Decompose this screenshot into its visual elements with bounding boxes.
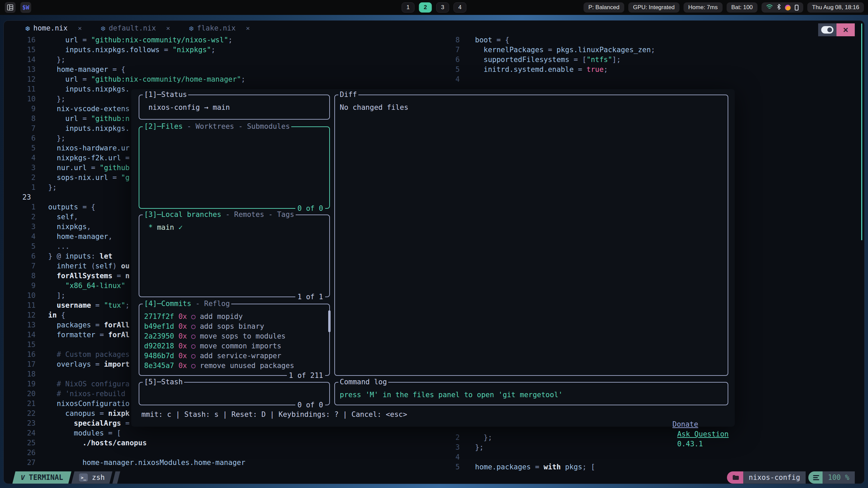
tab-flake-nix[interactable]: ❆ flake.nix × (189, 24, 250, 33)
shell-segment[interactable]: >_ zsh (72, 471, 113, 484)
code-line[interactable]: 13 home-manager = { (4, 65, 445, 75)
scroll-percent-label: 100 % (828, 473, 849, 482)
code-line[interactable]: 27 home-manager.nixosModules.home-manage… (4, 458, 445, 468)
tab-label: home.nix (33, 24, 67, 32)
line-number: 7 (4, 261, 36, 271)
lazygit-version: 0.43.1 (677, 440, 703, 448)
workspace-button-2-active[interactable]: 2 (419, 2, 432, 13)
lazygit-commits-panel[interactable]: [4]─Commits - Reflog 2717f2f 0x ○ add mo… (139, 304, 330, 376)
bluetooth-icon[interactable] (777, 4, 781, 12)
lazygit-diff-panel[interactable]: Diff No changed files (334, 95, 728, 376)
code-line[interactable]: 8boot = { (445, 35, 865, 45)
code-line[interactable]: 7 kernelPackages = pkgs.linuxPackages_ze… (445, 45, 865, 55)
line-number: 2 (445, 433, 460, 443)
line-number: 22 (4, 409, 36, 419)
line-number: 10 (4, 94, 36, 104)
line-number: 12 (4, 75, 36, 84)
line-number: 6 (4, 134, 36, 143)
line-number: 17 (4, 360, 36, 369)
toggle-button[interactable] (818, 23, 836, 36)
ask-question-link[interactable]: Ask Question (677, 430, 729, 438)
phone-icon[interactable] (795, 5, 798, 11)
commit-row[interactable]: 8e345a7 0x ○ remove unused packages (144, 361, 324, 371)
code-line[interactable]: 5 initrd.systemd.enable = true; (445, 65, 865, 75)
line-number: 4 (4, 153, 36, 163)
commits-scrollbar-thumb[interactable] (328, 310, 331, 332)
lazygit-status-panel[interactable]: [1]─Status nixos-config → main (139, 95, 330, 120)
apps-grid-icon[interactable] (5, 2, 16, 13)
tab-home-nix[interactable]: ❆ home.nix × (25, 24, 82, 33)
line-number: 10 (4, 291, 36, 301)
stash-panel-count: 0 of 0 (295, 400, 325, 410)
commit-row[interactable]: 9486b7d 0x ○ add service-wrapper (144, 351, 324, 361)
status-bar-left: V TERMINAL >_ zsh (14, 471, 119, 484)
clock-label: Thu Aug 08, 18:16 (812, 4, 859, 11)
code-line[interactable]: 5home.packages = with pkgs; [ (445, 462, 865, 472)
line-number: 9 (4, 104, 36, 114)
latency-pill[interactable]: Home: 7ms (684, 2, 723, 13)
scroll-icon-segment (808, 471, 823, 484)
code-line[interactable]: 26 (4, 448, 445, 458)
top-bar-status-cluster: P: Balanced GPU: Integrated Home: 7ms Ba… (584, 2, 864, 13)
editor-scrollbar[interactable] (861, 23, 862, 240)
donate-link[interactable]: Donate (672, 420, 698, 428)
line-number: 7 (445, 45, 460, 55)
line-number: 23 (4, 419, 36, 428)
workspace-widget-icon[interactable]: $W (20, 2, 31, 13)
lines-icon (813, 475, 819, 480)
tab-default-nix[interactable]: ❆ default.nix × (101, 24, 170, 33)
lazygit-branches-panel[interactable]: [3]─Local branches - Remotes - Tags * ma… (139, 215, 330, 297)
code-line[interactable]: 12 url = "github:nix-community/home-mana… (4, 75, 445, 84)
code-line[interactable]: 14 }; (4, 55, 445, 65)
repo-name-segment[interactable]: nixos-config (743, 471, 806, 484)
line-number: 13 (4, 65, 36, 75)
branches-panel-count: 1 of 1 (295, 292, 325, 302)
battery-pill[interactable]: Bat: 100 (727, 2, 757, 13)
toggle-knob-icon (821, 26, 833, 34)
window-status-bar: V TERMINAL >_ zsh nixos-config 100 (4, 471, 864, 484)
commit-row[interactable]: 2a23950 0x ○ move sops to modules (144, 331, 324, 341)
commit-row[interactable]: b49ef1d 0x ○ add sops binary (144, 322, 324, 331)
code-line[interactable]: 24 modules = [ (4, 428, 445, 438)
workspace-button-3[interactable]: 3 (436, 2, 449, 13)
network-icon[interactable] (766, 4, 773, 11)
line-number: 11 (4, 301, 36, 310)
system-tray[interactable] (762, 2, 803, 13)
line-number: 2 (4, 212, 36, 222)
tab-close-icon[interactable]: × (78, 24, 82, 32)
media-icon[interactable] (785, 5, 791, 11)
editor-pane-right[interactable]: 8boot = {7 kernelPackages = pkgs.linuxPa… (445, 35, 865, 84)
diff-panel-title: Diff (338, 90, 358, 100)
gpu-pill[interactable]: GPU: Integrated (628, 2, 679, 13)
statusbar-separator (113, 471, 120, 484)
lazygit-command-log-panel[interactable]: Command log press 'M' in the files panel… (334, 382, 728, 405)
line-number: 3 (4, 163, 36, 173)
line-number: 5 (4, 242, 36, 251)
code-line[interactable]: 4 (445, 75, 865, 84)
lazygit-stash-panel[interactable]: [5]─Stash 0 of 0 (139, 382, 330, 405)
lazygit-files-panel[interactable]: [2]─Files - Worktrees - Submodules 0 of … (139, 126, 330, 209)
line-number: 8 (4, 114, 36, 124)
code-line[interactable]: 25 ./hosts/canopus (4, 438, 445, 448)
clock-pill[interactable]: Thu Aug 08, 18:16 (807, 2, 864, 13)
commit-row[interactable]: 2717f2f 0x ○ add mopidy (144, 312, 324, 322)
workspace-widget-label: $W (22, 4, 29, 11)
window-close-button[interactable]: × (836, 23, 855, 36)
line-number: 14 (4, 330, 36, 340)
code-line[interactable]: 16 url = "github:nix-community/nixos-wsl… (4, 35, 445, 45)
line-number: 21 (4, 399, 36, 409)
line-number: 11 (4, 84, 36, 94)
mode-segment[interactable]: V TERMINAL (13, 471, 72, 484)
line-number: 4 (445, 75, 460, 84)
workspace-button-4[interactable]: 4 (454, 2, 467, 13)
power-profile-pill[interactable]: P: Balanced (584, 2, 624, 13)
workspace-button-1[interactable]: 1 (402, 2, 415, 13)
line-number: 24 (4, 428, 36, 438)
line-number: 16 (4, 35, 36, 45)
commit-row[interactable]: d920218 0x ○ move common imports (144, 341, 324, 351)
code-line[interactable]: 15 inputs.nixpkgs.follows = "nixpkgs"; (4, 45, 445, 55)
code-line[interactable]: 6 supportedFilesystems = ["ntfs"]; (445, 55, 865, 65)
line-number: 5 (445, 65, 460, 75)
tab-close-icon[interactable]: × (246, 24, 250, 32)
tab-close-icon[interactable]: × (166, 24, 170, 32)
